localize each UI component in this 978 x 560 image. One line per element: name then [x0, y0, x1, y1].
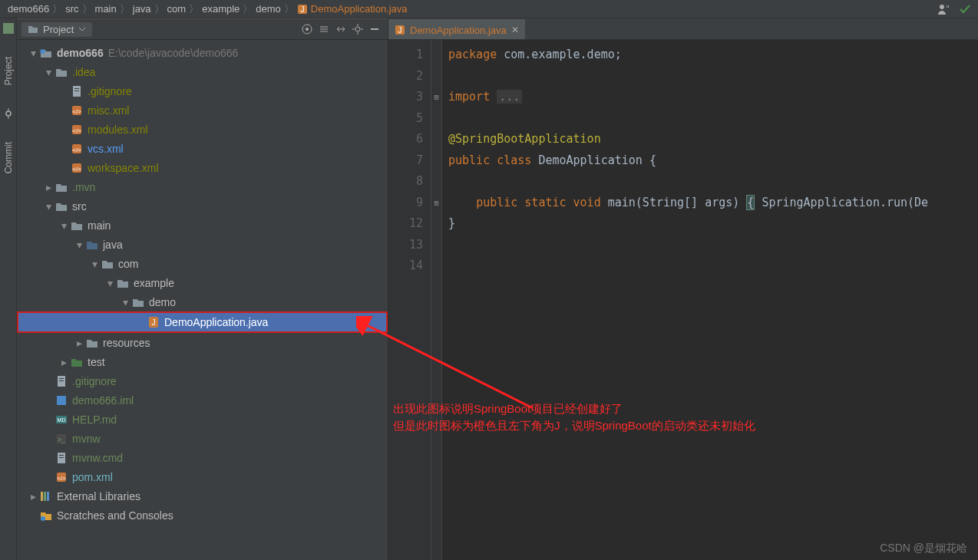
svg-rect-27: [59, 380, 64, 381]
folder-icon: [28, 24, 38, 35]
svg-rect-28: [57, 396, 66, 405]
tree-label: pom.xml: [72, 471, 113, 483]
tree-label: DemoApplication.java: [164, 316, 268, 328]
editor-area: J DemoApplication.java ✕ 12356789121314 …: [388, 18, 978, 560]
crumb[interactable]: com: [167, 3, 187, 15]
crumb[interactable]: main: [95, 3, 117, 15]
tree-label: src: [72, 200, 87, 212]
tree-file[interactable]: .gitignore: [17, 81, 388, 100]
scratches-icon: [40, 509, 52, 522]
tree-file[interactable]: demo666.iml: [17, 390, 388, 410]
file-icon: </>: [71, 162, 83, 174]
svg-rect-14: [74, 91, 79, 91]
check-icon[interactable]: [958, 2, 972, 16]
tree-folder-test[interactable]: ▸ test: [17, 352, 388, 371]
svg-point-8: [306, 28, 309, 31]
tree-folder-resources[interactable]: ▸ resources: [17, 333, 388, 352]
libraries-icon: [40, 490, 52, 502]
project-panel-header: Project: [17, 18, 388, 40]
crumb[interactable]: demo: [256, 3, 281, 15]
tree-folder-mvn[interactable]: ▸ .mvn: [17, 177, 388, 196]
watermark: CSDN @是烟花哈: [880, 542, 967, 555]
tree-file[interactable]: </>misc.xml: [17, 100, 388, 120]
tree-folder-src[interactable]: ▾ src: [17, 196, 388, 216]
file-icon: [55, 375, 68, 387]
svg-text:J: J: [152, 318, 156, 327]
svg-point-41: [41, 516, 45, 521]
project-view-selector[interactable]: Project: [21, 22, 92, 37]
hide-button[interactable]: [366, 21, 383, 38]
svg-point-2: [940, 5, 944, 9]
tree-folder-com[interactable]: ▾ com: [17, 254, 388, 273]
settings-button[interactable]: [349, 21, 366, 38]
crumb[interactable]: example: [202, 3, 240, 15]
tree-folder-idea[interactable]: ▾ .idea: [17, 62, 388, 81]
panel-title: Project: [43, 24, 74, 35]
tree-file-demoapplication[interactable]: J DemoApplication.java: [17, 311, 388, 333]
crumb-current[interactable]: DemoApplication.java: [311, 3, 408, 15]
crumb[interactable]: java: [133, 3, 151, 15]
tree-file[interactable]: .gitignore: [17, 371, 388, 390]
project-tool-icon[interactable]: [3, 23, 14, 34]
svg-rect-11: [41, 49, 45, 53]
file-icon: >_: [55, 433, 68, 445]
project-tree[interactable]: ▾ demo666 E:\code\javacode\demo666 ▾ .id…: [17, 40, 388, 560]
tree-folder-example[interactable]: ▾ example: [17, 273, 388, 292]
svg-text:J: J: [300, 5, 304, 14]
chevron-down-icon[interactable]: ▾: [28, 48, 38, 58]
svg-rect-39: [44, 492, 46, 501]
crumb[interactable]: demo666: [8, 3, 49, 15]
tree-folder-demo[interactable]: ▾ demo: [17, 292, 388, 311]
tree-file[interactable]: </>modules.xml: [17, 120, 388, 139]
file-icon: </>: [55, 471, 68, 483]
file-icon: [55, 394, 68, 407]
tree-scratches[interactable]: ▸ Scratches and Consoles: [17, 506, 388, 525]
project-tool-label[interactable]: Project: [3, 57, 14, 85]
project-panel: Project ▾ demo666 E:\code\javacode\demo6…: [17, 18, 388, 560]
code-content[interactable]: package com.example.demo; import ... @Sp…: [442, 40, 978, 560]
tree-label: demo666.iml: [72, 394, 134, 407]
folder-icon: [55, 66, 68, 78]
expand-all-button[interactable]: [316, 21, 332, 38]
commit-tool-label[interactable]: Commit: [3, 142, 14, 173]
tree-file[interactable]: MDHELP.md: [17, 410, 388, 429]
tree-file[interactable]: mvnw.cmd: [17, 448, 388, 467]
svg-text:</>: </>: [72, 127, 81, 134]
tree-label: mvnw.cmd: [72, 452, 123, 464]
tree-label: misc.xml: [88, 104, 129, 117]
svg-rect-10: [371, 28, 378, 30]
tree-root[interactable]: ▾ demo666 E:\code\javacode\demo666: [17, 43, 388, 62]
module-icon: [40, 47, 52, 59]
tree-label: vcs.xml: [88, 143, 124, 155]
collapse-all-button[interactable]: [332, 21, 349, 38]
tree-file[interactable]: </>workspace.xml: [17, 158, 388, 177]
file-icon: </>: [71, 104, 83, 117]
user-icon[interactable]: [937, 2, 950, 16]
crumb[interactable]: src: [65, 3, 78, 15]
select-opened-file-button[interactable]: [299, 21, 316, 38]
line-number-gutter: 12356789121314: [388, 40, 431, 560]
commit-tool-icon[interactable]: [3, 108, 14, 119]
svg-text:</>: </>: [57, 475, 66, 482]
java-file-icon: J: [395, 25, 405, 35]
chevron-down-icon[interactable]: ▾: [43, 67, 54, 77]
fold-gutter[interactable]: ⊞ ⊞: [431, 40, 442, 560]
tree-label: workspace.xml: [88, 162, 159, 174]
editor-tab-bar: J DemoApplication.java ✕: [388, 18, 978, 40]
chevron-down-icon[interactable]: ▾: [43, 201, 54, 212]
svg-point-9: [355, 27, 360, 31]
tree-external-libs[interactable]: ▸ External Libraries: [17, 486, 388, 506]
tree-folder-main[interactable]: ▾ main: [17, 216, 388, 235]
chevron-right-icon[interactable]: ▸: [43, 182, 54, 193]
tree-file[interactable]: </>vcs.xml: [17, 139, 388, 158]
svg-text:>_: >_: [58, 436, 66, 443]
close-icon[interactable]: ✕: [511, 25, 519, 35]
java-file-icon: J: [297, 4, 308, 15]
tree-file[interactable]: >_mvnw: [17, 429, 388, 448]
tree-folder-java[interactable]: ▾ java: [17, 235, 388, 254]
tree-label: .gitignore: [72, 375, 117, 387]
editor-tab[interactable]: J DemoApplication.java ✕: [388, 19, 525, 39]
folder-icon: [55, 181, 68, 193]
tree-file[interactable]: </>pom.xml: [17, 467, 388, 486]
editor-body[interactable]: 12356789121314 ⊞ ⊞ package com.example.d…: [388, 40, 978, 560]
